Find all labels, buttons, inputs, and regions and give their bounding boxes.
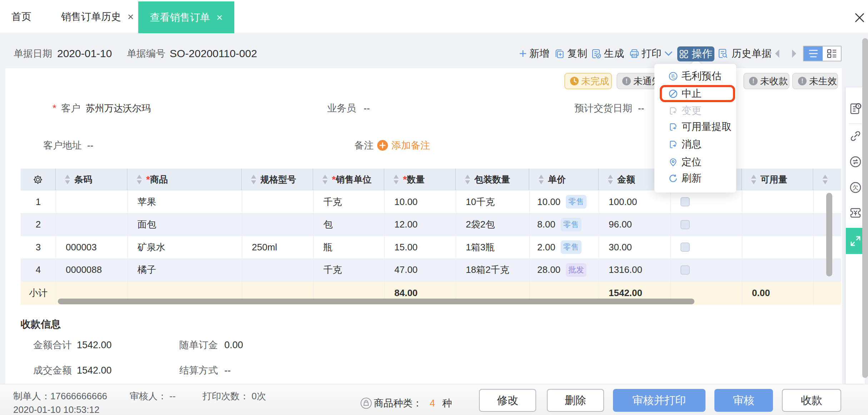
svg-text:欠: 欠 <box>853 184 859 191</box>
svg-text:毛: 毛 <box>670 74 675 79</box>
